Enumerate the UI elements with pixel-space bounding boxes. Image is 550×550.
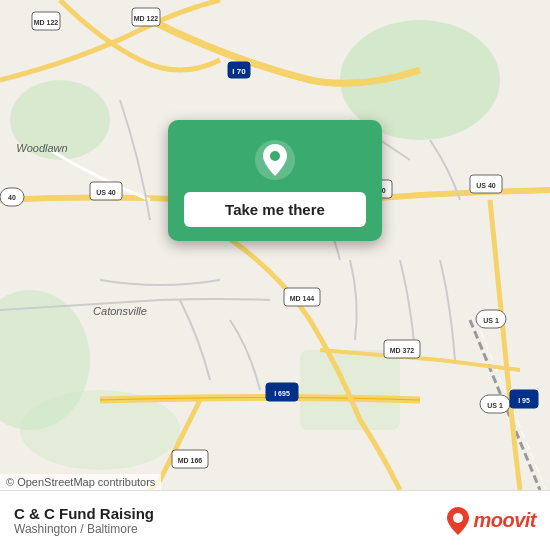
svg-text:MD 122: MD 122 [34, 19, 59, 26]
svg-rect-5 [300, 350, 400, 430]
svg-text:US 1: US 1 [487, 402, 503, 409]
moovit-logo: moovit [447, 507, 536, 535]
svg-text:US 40: US 40 [96, 189, 116, 196]
take-me-there-button[interactable]: Take me there [184, 192, 366, 227]
svg-text:US 40: US 40 [476, 182, 496, 189]
bottom-bar: C & C Fund Raising Washington / Baltimor… [0, 490, 550, 550]
map-roads: MD 122 MD 122 I 70 40 US 40 US 40 US 40 … [0, 0, 550, 490]
moovit-pin-icon [447, 507, 469, 535]
location-card: Take me there [168, 120, 382, 241]
svg-text:40: 40 [8, 194, 16, 201]
svg-text:MD 166: MD 166 [178, 457, 203, 464]
place-region: Washington / Baltimore [14, 522, 154, 536]
svg-point-40 [453, 513, 463, 523]
svg-text:Catonsville: Catonsville [93, 305, 147, 317]
svg-text:US 1: US 1 [483, 317, 499, 324]
svg-text:I 95: I 95 [518, 397, 530, 404]
svg-text:MD 144: MD 144 [290, 295, 315, 302]
place-name: C & C Fund Raising [14, 505, 154, 522]
moovit-logo-text: moovit [473, 509, 536, 532]
svg-text:Woodlawn: Woodlawn [16, 142, 67, 154]
svg-text:MD 122: MD 122 [134, 15, 159, 22]
place-info: C & C Fund Raising Washington / Baltimor… [14, 505, 154, 536]
map-attribution: © OpenStreetMap contributors [0, 474, 161, 490]
svg-text:I 695: I 695 [274, 390, 290, 397]
svg-point-39 [270, 151, 280, 161]
location-pin-icon [253, 138, 297, 182]
svg-text:I 70: I 70 [232, 67, 246, 76]
svg-text:MD 372: MD 372 [390, 347, 415, 354]
map-container: MD 122 MD 122 I 70 40 US 40 US 40 US 40 … [0, 0, 550, 490]
